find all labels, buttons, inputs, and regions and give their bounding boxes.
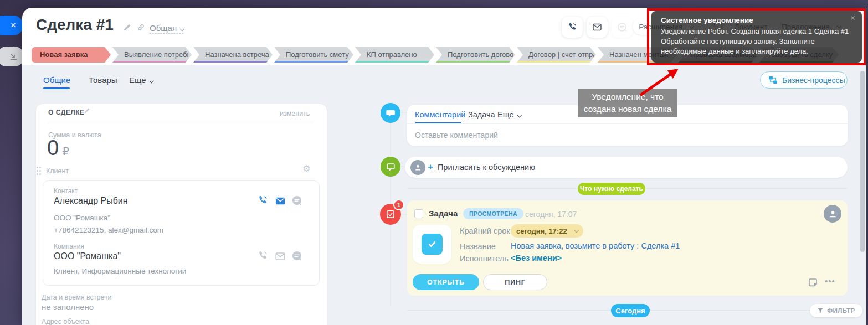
stage-meeting[interactable]: Назначена встреча — [193, 47, 273, 63]
filter-button[interactable]: ФИЛЬТР — [810, 304, 862, 317]
task-check-icon — [422, 234, 443, 255]
currency-symbol: ₽ — [62, 145, 69, 158]
contact-call-icon[interactable] — [257, 195, 268, 206]
company-call-icon[interactable] — [257, 250, 268, 261]
chat-button[interactable] — [612, 17, 633, 38]
plus-icon: + — [428, 162, 433, 173]
stage-invoice-sent[interactable]: Договор | счет отпра... — [517, 47, 596, 63]
composer-tab-task[interactable]: Задача — [468, 110, 495, 119]
task-name-link[interactable]: Новая заявка, возьмите в работу : Сделка… — [511, 241, 680, 250]
composer-tab-comment[interactable]: Комментарий — [415, 110, 465, 119]
notification-title: Системное уведомление — [661, 16, 853, 24]
company-label: Компания — [54, 243, 84, 250]
company-mail-icon[interactable] — [275, 251, 286, 262]
gear-icon[interactable]: ⚙ — [302, 163, 310, 174]
stage-contract[interactable]: Подготовить договор... — [436, 47, 515, 63]
drag-handle[interactable] — [37, 167, 38, 168]
comment-stream-icon — [381, 103, 400, 123]
task-timestamp: сегодня, 17:07 — [525, 210, 577, 219]
chevron-down-icon — [574, 228, 578, 233]
stage-new-request[interactable]: Новая заявка — [32, 47, 111, 63]
tab-more[interactable]: Еще — [129, 75, 153, 85]
more-menu-icon[interactable]: ••• — [825, 276, 835, 286]
task-type-label: Задача — [429, 209, 458, 218]
active-tab-underline — [43, 87, 70, 89]
amount-value[interactable]: 0₽ — [47, 136, 69, 160]
deadline-label: Крайний срок — [460, 226, 510, 235]
stage-proposal-sent[interactable]: КП отправлено — [355, 47, 434, 63]
call-button[interactable] — [562, 17, 583, 38]
divider — [407, 123, 848, 124]
divider — [48, 123, 314, 123]
copy-link-icon[interactable] — [137, 23, 145, 32]
mail-icon — [592, 22, 602, 32]
collapse-icon — [9, 53, 18, 61]
stage-needs[interactable]: Выявление потребно... — [112, 47, 192, 63]
contact-chat-icon[interactable] — [291, 195, 302, 206]
note-icon[interactable] — [808, 277, 818, 288]
address-label: Адрес объекта — [42, 318, 89, 325]
meeting-label: Дата и время встречи — [42, 293, 111, 301]
task-status-badge: ПРОСМОТРЕНА — [463, 208, 523, 219]
active-composer-tab-underline — [415, 122, 461, 123]
deadline-value[interactable]: сегодня, 17:22 — [511, 224, 583, 238]
edit-title-icon[interactable] — [123, 23, 131, 32]
discussion-stream-icon — [381, 157, 400, 177]
close-icon: × — [11, 20, 16, 31]
page-title: Сделка #1 — [36, 16, 114, 34]
client-label: Клиент — [46, 167, 69, 175]
business-process-icon — [768, 75, 778, 85]
ping-button[interactable]: ПИНГ — [483, 274, 547, 290]
deal-section-title: О СДЕЛКЕ — [48, 109, 84, 116]
task-icon-tile — [413, 225, 451, 264]
edit-section-icon[interactable] — [84, 107, 90, 114]
contact-label: Контакт — [54, 187, 78, 195]
assignee-value[interactable]: <Без имени> — [511, 254, 562, 262]
crm-deal-page: × Сделка #1 Общая Расширения Доку — [0, 0, 868, 325]
composer-tab-more[interactable]: Еще — [497, 110, 521, 119]
contact-details: +78642123215, alex@gmail.com — [54, 226, 163, 234]
pipeline-selector[interactable]: Общая — [150, 23, 183, 34]
contact-company: ООО "Ромашка" — [54, 214, 110, 222]
business-process-button[interactable]: Бизнес-процессы — [760, 71, 848, 89]
task-assignee-avatar[interactable] — [824, 205, 841, 223]
open-task-button[interactable]: ОТКРЫТЬ — [413, 274, 479, 290]
contact-name[interactable]: Александр Рыбин — [54, 196, 128, 206]
vertical-scrollbar[interactable] — [860, 71, 865, 252]
avatar-placeholder-icon — [410, 160, 425, 175]
system-notification: Системное уведомление Уведомление Робот.… — [651, 11, 862, 63]
meeting-value[interactable]: не заполнено — [42, 302, 94, 312]
tab-general[interactable]: Общие — [43, 75, 70, 85]
task-checkbox[interactable] — [414, 209, 423, 218]
collapse-slider-button[interactable] — [0, 47, 24, 66]
chat-icon — [617, 22, 627, 32]
invite-to-discussion[interactable]: + Пригласить к обсуждению — [405, 157, 848, 178]
today-separator-badge: Сегодня — [611, 304, 650, 317]
assignee-label: Исполнитель — [460, 254, 509, 263]
company-chat-icon[interactable] — [291, 250, 302, 261]
funnel-icon — [817, 307, 824, 314]
todo-separator-badge: Что нужно сделать — [578, 183, 645, 195]
phone-icon — [567, 22, 577, 32]
close-slider-button[interactable]: × — [0, 16, 23, 35]
comment-input[interactable]: Оставьте комментарий — [415, 131, 498, 140]
company-name[interactable]: ООО "Ромашка" — [54, 251, 121, 261]
email-button[interactable] — [587, 17, 608, 38]
stage-estimate[interactable]: Подготовить смету — [274, 47, 353, 63]
notification-close-icon[interactable]: × — [850, 13, 855, 23]
annotation-callout: Уведомление, что создана новая сделка — [578, 89, 677, 117]
contact-mail-icon[interactable] — [275, 195, 286, 207]
company-type: Клиент, Информационные технологии — [54, 267, 186, 275]
task-name-label: Название — [460, 242, 496, 251]
edit-deal-link[interactable]: изменить — [280, 110, 310, 117]
tab-products[interactable]: Товары — [89, 75, 117, 85]
task-count-badge: 1 — [393, 199, 404, 210]
